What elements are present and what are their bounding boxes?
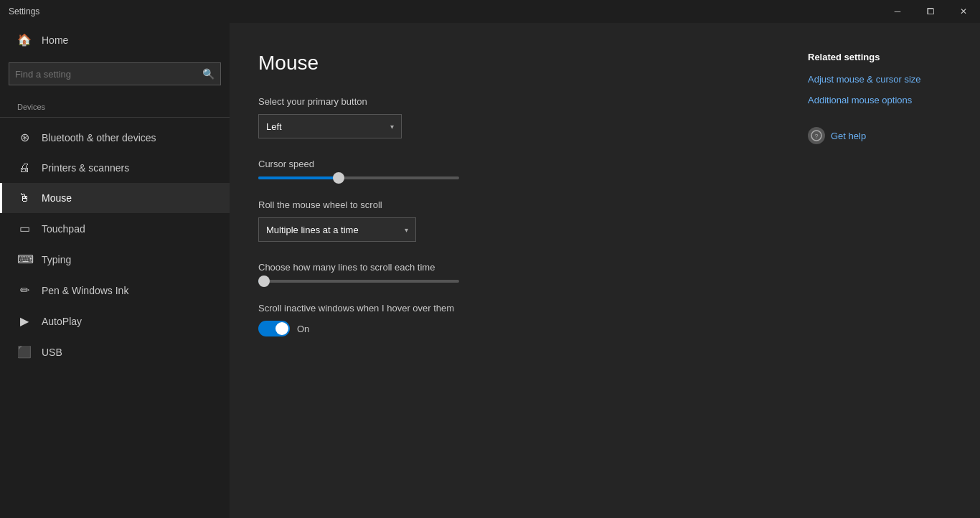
page-title: Mouse bbox=[258, 52, 765, 75]
sidebar-item-pen[interactable]: ✏ Pen & Windows Ink bbox=[0, 275, 230, 306]
sidebar-item-usb[interactable]: ⬛ USB bbox=[0, 336, 230, 367]
app-title: Settings bbox=[9, 6, 39, 17]
scroll-wheel-dropdown[interactable]: Multiple lines at a time ▾ bbox=[258, 217, 416, 242]
search-icon: 🔍 bbox=[202, 68, 215, 80]
printers-label: Printers & scanners bbox=[42, 162, 129, 174]
cursor-speed-label: Cursor speed bbox=[258, 159, 765, 169]
get-help-icon: ? bbox=[808, 127, 825, 144]
scroll-lines-label: Choose how many lines to scroll each tim… bbox=[258, 262, 765, 273]
scroll-lines-thumb[interactable] bbox=[258, 276, 270, 287]
touchpad-icon: ▭ bbox=[17, 222, 32, 235]
close-button[interactable]: ✕ bbox=[947, 0, 980, 23]
typing-label: Typing bbox=[42, 254, 71, 265]
primary-button-value: Left bbox=[266, 121, 282, 132]
sidebar-item-typing[interactable]: ⌨ Typing bbox=[0, 244, 230, 275]
sidebar: 🏠 Home 🔍 Devices ⊛ Bluetooth & other dev… bbox=[0, 23, 230, 518]
sidebar-item-home[interactable]: 🏠 Home bbox=[0, 23, 230, 57]
cursor-speed-fill bbox=[258, 176, 339, 179]
primary-button-setting: Select your primary button Left ▾ bbox=[258, 96, 765, 138]
right-panel: Related settings Adjust mouse & cursor s… bbox=[793, 23, 980, 518]
printers-icon: 🖨 bbox=[17, 161, 32, 174]
autoplay-label: AutoPlay bbox=[42, 316, 82, 327]
scroll-inactive-toggle[interactable] bbox=[258, 321, 290, 336]
svg-text:?: ? bbox=[815, 133, 819, 140]
sidebar-divider bbox=[0, 117, 230, 118]
minimize-button[interactable]: ─ bbox=[881, 0, 914, 23]
mouse-options-link[interactable]: Additional mouse options bbox=[808, 95, 966, 105]
scroll-wheel-setting: Roll the mouse wheel to scroll Multiple … bbox=[258, 199, 765, 242]
home-label: Home bbox=[42, 34, 68, 46]
toggle-status: On bbox=[297, 324, 309, 334]
scroll-inactive-label: Scroll inactive windows when I hover ove… bbox=[258, 303, 765, 314]
scroll-lines-setting: Choose how many lines to scroll each tim… bbox=[258, 262, 765, 283]
scroll-wheel-label: Roll the mouse wheel to scroll bbox=[258, 199, 765, 210]
sidebar-item-mouse[interactable]: 🖱 Mouse bbox=[0, 183, 230, 213]
usb-icon: ⬛ bbox=[17, 345, 32, 359]
primary-button-label: Select your primary button bbox=[258, 96, 765, 107]
autoplay-icon: ▶ bbox=[17, 314, 32, 328]
primary-button-dropdown[interactable]: Left ▾ bbox=[258, 114, 402, 138]
titlebar: Settings ─ ⧠ ✕ bbox=[0, 0, 980, 23]
cursor-speed-thumb[interactable] bbox=[333, 172, 344, 184]
main-content: Mouse Select your primary button Left ▾ … bbox=[230, 23, 793, 518]
scroll-wheel-value: Multiple lines at a time bbox=[266, 225, 359, 235]
sidebar-item-bluetooth[interactable]: ⊛ Bluetooth & other devices bbox=[0, 122, 230, 153]
cursor-speed-setting: Cursor speed bbox=[258, 159, 765, 179]
sidebar-item-touchpad[interactable]: ▭ Touchpad bbox=[0, 213, 230, 244]
window-controls: ─ ⧠ ✕ bbox=[881, 0, 980, 23]
get-help-link[interactable]: Get help bbox=[831, 131, 866, 141]
scroll-inactive-setting: Scroll inactive windows when I hover ove… bbox=[258, 303, 765, 336]
mouse-icon: 🖱 bbox=[17, 192, 32, 204]
cursor-speed-track[interactable] bbox=[258, 176, 459, 179]
bluetooth-icon: ⊛ bbox=[17, 131, 32, 144]
get-help-section: ? Get help bbox=[808, 127, 966, 144]
related-settings-title: Related settings bbox=[808, 52, 966, 62]
bluetooth-label: Bluetooth & other devices bbox=[42, 132, 156, 143]
sidebar-item-autoplay[interactable]: ▶ AutoPlay bbox=[0, 306, 230, 336]
sidebar-category: Devices bbox=[0, 91, 230, 117]
typing-icon: ⌨ bbox=[17, 253, 32, 266]
search-input[interactable] bbox=[15, 69, 202, 80]
touchpad-label: Touchpad bbox=[42, 223, 85, 235]
sidebar-item-printers[interactable]: 🖨 Printers & scanners bbox=[0, 153, 230, 183]
scroll-lines-slider-container bbox=[258, 280, 459, 283]
chevron-down-icon: ▾ bbox=[390, 123, 394, 131]
pen-icon: ✏ bbox=[17, 283, 32, 297]
scroll-inactive-toggle-row: On bbox=[258, 321, 765, 336]
scroll-lines-track[interactable] bbox=[258, 280, 459, 283]
chevron-down-icon-2: ▾ bbox=[405, 226, 408, 234]
search-box[interactable]: 🔍 bbox=[9, 62, 221, 85]
usb-label: USB bbox=[42, 347, 62, 358]
app-container: 🏠 Home 🔍 Devices ⊛ Bluetooth & other dev… bbox=[0, 23, 980, 518]
mouse-label: Mouse bbox=[42, 192, 72, 204]
home-icon: 🏠 bbox=[17, 33, 32, 47]
restore-button[interactable]: ⧠ bbox=[914, 0, 947, 23]
cursor-speed-slider-container bbox=[258, 176, 459, 179]
pen-label: Pen & Windows Ink bbox=[42, 285, 128, 296]
toggle-knob bbox=[275, 322, 288, 335]
adjust-cursor-link[interactable]: Adjust mouse & cursor size bbox=[808, 74, 966, 85]
